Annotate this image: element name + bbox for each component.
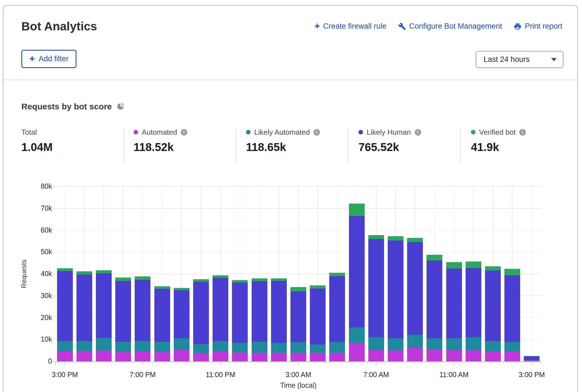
bar-segment-likely-human[interactable] [368, 239, 384, 337]
bar-segment-automated[interactable] [57, 351, 73, 361]
add-filter-button[interactable]: + Add filter [21, 50, 76, 68]
bar-segment-automated[interactable] [115, 352, 131, 361]
bar-segment-likely-human[interactable] [290, 291, 306, 342]
bar-segment-likely-human[interactable] [115, 281, 131, 342]
bar-segment-automated[interactable] [76, 351, 92, 361]
bar-segment-likely-human[interactable] [407, 242, 423, 335]
bar-segment-likely-human[interactable] [174, 290, 190, 339]
bar-segment-likely-automated[interactable] [96, 338, 112, 351]
bar-segment-verified-bot[interactable] [135, 276, 150, 280]
bar-segment-verified-bot[interactable] [213, 275, 228, 278]
bar-segment-likely-human[interactable] [271, 281, 287, 343]
bar-segment-verified-bot[interactable] [388, 236, 403, 240]
bar-segment-automated[interactable] [504, 352, 520, 361]
bar-segment-verified-bot[interactable] [57, 268, 73, 271]
bar-segment-verified-bot[interactable] [310, 285, 326, 289]
bar-segment-likely-automated[interactable] [349, 327, 365, 343]
bar-segment-verified-bot[interactable] [290, 287, 306, 292]
bar-segment-automated[interactable] [407, 348, 423, 361]
bar-segment-likely-automated[interactable] [427, 338, 442, 349]
bar-segment-likely-human[interactable] [388, 240, 403, 338]
bar-segment-verified-bot[interactable] [96, 270, 112, 274]
bar-segment-automated[interactable] [271, 353, 287, 361]
bar-segment-automated[interactable] [154, 352, 170, 361]
bar-segment-likely-automated[interactable] [271, 343, 287, 353]
bar-segment-automated[interactable] [252, 353, 267, 361]
bar-segment-likely-human[interactable] [485, 271, 501, 341]
bar-segment-likely-human[interactable] [349, 216, 365, 328]
bar-segment-likely-human[interactable] [213, 278, 228, 341]
bar-segment-automated[interactable] [466, 350, 481, 361]
bar-segment-automated[interactable] [446, 350, 462, 361]
bar-segment-likely-automated[interactable] [213, 341, 228, 352]
bar-segment-verified-bot[interactable] [329, 273, 345, 276]
create-firewall-rule-link[interactable]: + Create firewall rule [314, 22, 386, 31]
bar-segment-likely-automated[interactable] [232, 343, 248, 353]
bar-segment-verified-bot[interactable] [466, 262, 481, 268]
info-icon[interactable]: i [181, 129, 187, 136]
bar-segment-likely-human[interactable] [76, 274, 92, 341]
bar-segment-likely-automated[interactable] [329, 342, 345, 353]
bar-segment-likely-automated[interactable] [466, 337, 481, 350]
bar-segment-verified-bot[interactable] [446, 262, 462, 269]
bar-segment-likely-automated[interactable] [310, 344, 326, 353]
bar-segment-verified-bot[interactable] [427, 255, 442, 260]
bar-segment-automated[interactable] [135, 352, 150, 361]
bar-segment-likely-human[interactable] [154, 289, 170, 342]
bar-segment-likely-automated[interactable] [446, 338, 462, 350]
time-range-select[interactable]: Last 24 hours [476, 51, 563, 68]
configure-bot-management-link[interactable]: Configure Bot Management [398, 22, 502, 31]
bar-segment-likely-automated[interactable] [115, 342, 131, 352]
bar-segment-verified-bot[interactable] [115, 278, 131, 281]
bar-segment-automated[interactable] [368, 350, 384, 361]
bar-segment-likely-automated[interactable] [193, 344, 209, 353]
bar-segment-verified-bot[interactable] [368, 235, 384, 239]
bar-segment-likely-automated[interactable] [485, 341, 501, 352]
bar-segment-verified-bot[interactable] [76, 271, 92, 274]
bar-segment-likely-human[interactable] [524, 356, 540, 360]
bar-segment-automated[interactable] [193, 353, 209, 361]
bar-segment-likely-automated[interactable] [368, 337, 384, 350]
info-icon[interactable]: i [313, 129, 320, 136]
bar-segment-likely-human[interactable] [427, 260, 442, 339]
bar-segment-likely-human[interactable] [135, 280, 150, 341]
bar-segment-automated[interactable] [232, 353, 248, 361]
bar-segment-verified-bot[interactable] [524, 356, 540, 356]
bar-segment-likely-automated[interactable] [76, 341, 92, 351]
bar-segment-verified-bot[interactable] [485, 266, 501, 271]
bar-segment-likely-human[interactable] [446, 269, 462, 338]
bar-segment-likely-automated[interactable] [135, 341, 150, 352]
info-icon[interactable]: i [415, 129, 421, 136]
bar-segment-verified-bot[interactable] [271, 278, 287, 281]
bar-segment-likely-automated[interactable] [154, 342, 170, 352]
print-report-link[interactable]: Print report [514, 22, 562, 31]
bar-segment-automated[interactable] [96, 351, 112, 361]
bar-segment-likely-human[interactable] [57, 271, 73, 341]
bar-segment-verified-bot[interactable] [504, 269, 520, 275]
bar-segment-likely-human[interactable] [504, 275, 520, 342]
bar-segment-automated[interactable] [290, 353, 306, 361]
info-icon[interactable]: i [519, 129, 526, 136]
bar-segment-automated[interactable] [213, 351, 228, 361]
bar-segment-likely-human[interactable] [329, 276, 345, 342]
bar-segment-verified-bot[interactable] [154, 286, 170, 289]
bar-segment-verified-bot[interactable] [174, 288, 190, 290]
bar-segment-likely-automated[interactable] [388, 338, 403, 350]
bar-segment-automated[interactable] [427, 349, 442, 361]
bar-segment-likely-human[interactable] [466, 268, 481, 337]
bar-segment-likely-human[interactable] [310, 289, 326, 344]
bar-segment-automated[interactable] [310, 353, 326, 361]
bar-segment-likely-automated[interactable] [524, 360, 540, 361]
bar-segment-likely-automated[interactable] [252, 342, 267, 353]
bar-segment-verified-bot[interactable] [252, 278, 267, 281]
bar-segment-likely-human[interactable] [232, 283, 248, 343]
bar-segment-likely-automated[interactable] [407, 335, 423, 348]
bar-segment-likely-automated[interactable] [504, 342, 520, 352]
bar-segment-verified-bot[interactable] [193, 279, 209, 282]
bar-segment-verified-bot[interactable] [349, 204, 365, 216]
bar-segment-likely-automated[interactable] [290, 342, 306, 353]
bar-segment-automated[interactable] [329, 353, 345, 361]
bar-segment-automated[interactable] [388, 350, 403, 361]
bar-segment-automated[interactable] [349, 343, 365, 361]
bar-segment-verified-bot[interactable] [232, 280, 248, 283]
